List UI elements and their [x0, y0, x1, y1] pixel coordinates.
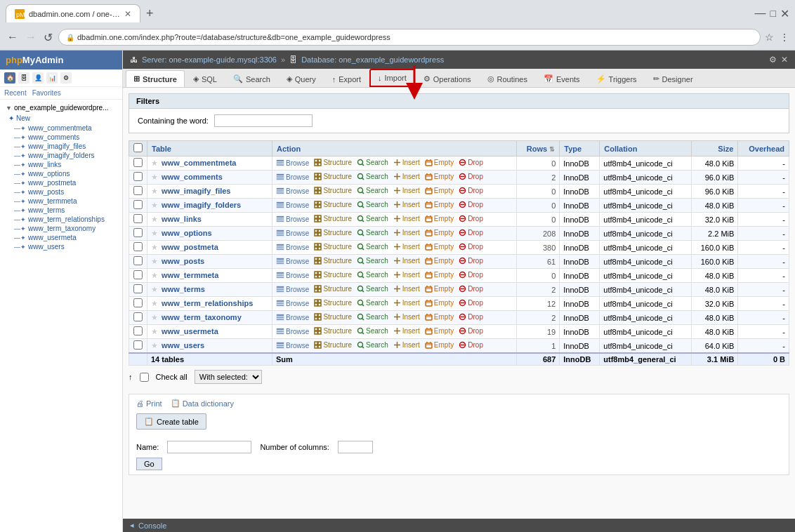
row-checkbox[interactable]	[133, 312, 143, 321]
tab-import[interactable]: ↓Import	[369, 69, 415, 87]
search-link[interactable]: Search	[357, 173, 388, 180]
browse-link[interactable]: Browse	[276, 215, 309, 223]
forward-btn[interactable]: →	[24, 29, 38, 45]
structure-link[interactable]: Structure	[314, 327, 352, 335]
browse-link[interactable]: Browse	[276, 328, 309, 335]
drop-link[interactable]: Drop	[459, 243, 483, 251]
insert-link[interactable]: Insert	[393, 299, 420, 307]
favorites-link[interactable]: Favorites	[32, 89, 61, 97]
sidebar-table-link[interactable]: www_options	[28, 170, 70, 178]
search-link[interactable]: Search	[357, 215, 388, 222]
structure-link[interactable]: Structure	[314, 285, 352, 293]
table-link[interactable]: www_users	[162, 341, 204, 350]
insert-link[interactable]: Insert	[393, 257, 420, 265]
empty-link[interactable]: Empty	[425, 187, 454, 194]
favorite-star[interactable]: ★	[151, 229, 158, 237]
sidebar-table-www_commentmeta[interactable]: —✦www_commentmeta	[0, 124, 122, 133]
sidebar-table-link[interactable]: www_imagify_files	[28, 142, 86, 150]
minimize-btn[interactable]: —	[755, 7, 766, 20]
drop-link[interactable]: Drop	[459, 341, 483, 349]
search-link[interactable]: Search	[357, 299, 388, 307]
empty-link[interactable]: Empty	[425, 313, 454, 321]
with-selected-dropdown[interactable]: With selected:	[195, 370, 262, 384]
empty-link[interactable]: Empty	[425, 271, 454, 279]
filters-input[interactable]	[214, 114, 313, 127]
tab-search[interactable]: 🔍Search	[225, 70, 278, 87]
drop-link[interactable]: Drop	[459, 327, 483, 335]
structure-link[interactable]: Structure	[314, 229, 352, 237]
search-link[interactable]: Search	[357, 327, 388, 335]
favorite-star[interactable]: ★	[151, 313, 158, 321]
row-checkbox[interactable]	[133, 242, 143, 251]
sidebar-table-link[interactable]: www_postmeta	[28, 179, 76, 187]
select-all-checkbox[interactable]	[133, 143, 143, 152]
empty-link[interactable]: Empty	[425, 285, 454, 293]
row-checkbox[interactable]	[133, 200, 143, 209]
row-checkbox[interactable]	[133, 340, 143, 350]
structure-link[interactable]: Structure	[314, 313, 352, 321]
browse-link[interactable]: Browse	[276, 187, 309, 195]
drop-link[interactable]: Drop	[459, 173, 483, 180]
favorite-star[interactable]: ★	[151, 159, 158, 167]
table-link[interactable]: www_comments	[162, 173, 223, 181]
structure-link[interactable]: Structure	[314, 201, 352, 208]
favorite-star[interactable]: ★	[151, 327, 158, 335]
data-dict-link[interactable]: 📋 Data dictionary	[171, 399, 234, 408]
empty-link[interactable]: Empty	[425, 243, 454, 251]
tab-sql[interactable]: ◈SQL	[185, 70, 225, 87]
insert-link[interactable]: Insert	[393, 271, 420, 279]
create-table-btn[interactable]: 📋 Create table	[136, 413, 206, 430]
search-link[interactable]: Search	[357, 159, 388, 166]
row-checkbox[interactable]	[133, 284, 143, 293]
favorite-star[interactable]: ★	[151, 173, 158, 181]
table-link[interactable]: www_usermeta	[162, 327, 218, 335]
recent-link[interactable]: Recent	[4, 89, 27, 97]
check-all-checkbox[interactable]	[140, 373, 149, 382]
table-link[interactable]: www_terms	[162, 285, 205, 293]
insert-link[interactable]: Insert	[393, 173, 420, 180]
favorite-star[interactable]: ★	[151, 187, 158, 195]
structure-link[interactable]: Structure	[314, 173, 352, 180]
search-link[interactable]: Search	[357, 243, 388, 251]
bc-close-icon[interactable]: ✕	[781, 55, 788, 65]
sidebar-table-www_terms[interactable]: —✦www_terms	[0, 206, 122, 215]
insert-link[interactable]: Insert	[393, 215, 420, 222]
back-btn[interactable]: ←	[6, 29, 20, 45]
sidebar-table-link[interactable]: www_term_relationships	[28, 215, 105, 223]
sidebar-table-link[interactable]: www_posts	[28, 188, 64, 196]
sidebar-table-www_comments[interactable]: —✦www_comments	[0, 133, 122, 142]
sidebar-user-icon[interactable]: 👤	[32, 72, 44, 84]
drop-link[interactable]: Drop	[459, 215, 483, 222]
browse-link[interactable]: Browse	[276, 159, 309, 167]
favorite-star[interactable]: ★	[151, 243, 158, 251]
table-link[interactable]: www_commentmeta	[162, 159, 236, 167]
tab-triggers[interactable]: ⚡Triggers	[589, 70, 645, 87]
close-btn[interactable]: ✕	[780, 7, 789, 20]
sidebar-table-link[interactable]: www_term_taxonomy	[28, 225, 96, 232]
insert-link[interactable]: Insert	[393, 313, 420, 321]
table-link[interactable]: www_term_relationships	[162, 299, 253, 307]
search-link[interactable]: Search	[357, 285, 388, 293]
db-item[interactable]: ▼ one_example_guidewordpre...	[0, 102, 122, 113]
new-item[interactable]: ✦ New	[0, 113, 122, 124]
empty-link[interactable]: Empty	[425, 159, 454, 166]
browse-link[interactable]: Browse	[276, 244, 309, 251]
search-link[interactable]: Search	[357, 341, 388, 349]
structure-link[interactable]: Structure	[314, 271, 352, 279]
insert-link[interactable]: Insert	[393, 201, 420, 208]
tab-query[interactable]: ◈Query	[279, 70, 324, 87]
table-name-input[interactable]	[167, 441, 251, 453]
row-checkbox[interactable]	[133, 326, 143, 335]
sidebar-table-www_users[interactable]: —✦www_users	[0, 242, 122, 251]
browse-link[interactable]: Browse	[276, 286, 309, 293]
sidebar-export-icon[interactable]: ⚙	[60, 72, 72, 84]
table-link[interactable]: www_termmeta	[162, 271, 218, 279]
sidebar-table-www_options[interactable]: —✦www_options	[0, 169, 122, 178]
empty-link[interactable]: Empty	[425, 341, 454, 349]
browse-link[interactable]: Browse	[276, 342, 309, 350]
search-link[interactable]: Search	[357, 313, 388, 321]
sidebar-table-link[interactable]: www_terms	[28, 206, 65, 214]
structure-link[interactable]: Structure	[314, 257, 352, 265]
drop-link[interactable]: Drop	[459, 187, 483, 194]
table-link[interactable]: www_imagify_files	[162, 187, 230, 195]
